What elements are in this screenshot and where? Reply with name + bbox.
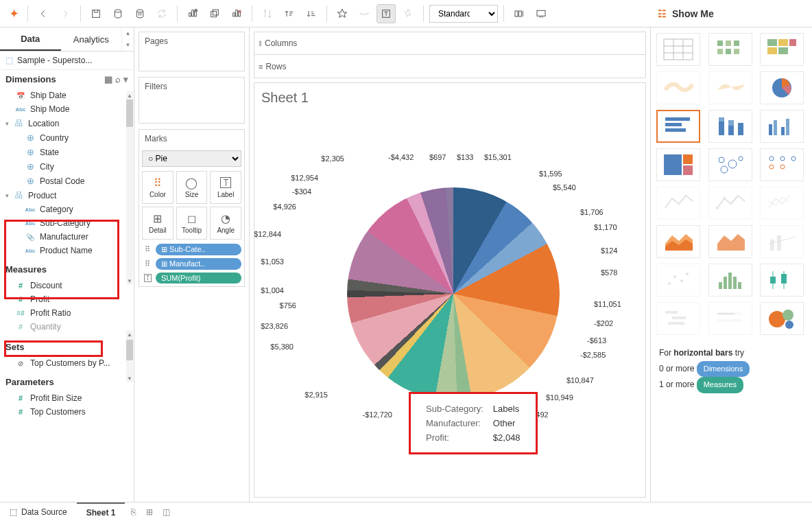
text-button[interactable] [377,4,396,23]
duplicate-sheet-button[interactable] [205,4,224,23]
field-city[interactable]: City [0,159,134,174]
chart-text-table[interactable] [656,33,700,66]
field-ship-mode[interactable]: AbcShip Mode [0,102,134,116]
field-ship-date[interactable]: Ship Date [0,89,134,102]
tab-sheet1[interactable]: Sheet 1 [77,502,126,521]
field-profit[interactable]: Profit [0,292,134,306]
pin-button[interactable] [398,4,418,23]
pie-label: $1,170 [594,223,617,231]
tab-analytics[interactable]: Analytics [61,27,122,51]
tab-data[interactable]: Data [0,27,61,51]
pie-label: $11,051 [594,300,621,308]
back-button[interactable] [34,4,53,23]
mark-type-select[interactable]: ○ Pie [142,150,241,167]
chart-bullet[interactable] [708,302,752,335]
measures-scrollbar[interactable]: ▲▼ [126,330,133,382]
field-quantity[interactable]: Quantity [0,320,134,334]
chart-area-cont[interactable] [656,225,700,258]
field-subcategory[interactable]: AbcSub-Category [0,216,134,230]
save-button[interactable] [86,4,106,23]
tab-arrows[interactable]: ▲▼ [121,27,134,51]
chart-filled-map[interactable] [708,71,752,104]
chart-stacked-bar[interactable] [708,110,752,143]
mark-size-button[interactable]: ◯Size [176,171,208,204]
chart-side-bar[interactable] [760,110,804,143]
sheet-title[interactable]: Sheet 1 [261,90,638,106]
showme-header[interactable]: ☷ Show Me [651,0,812,27]
chart-histogram[interactable] [708,264,752,297]
dimensions-scrollbar[interactable]: ▲▼ [126,91,133,285]
sort-desc-button[interactable] [302,4,321,23]
pill-profit[interactable]: SUM(Profit) [156,273,241,283]
sort-asc-button[interactable] [280,4,299,23]
show-cards-button[interactable] [510,4,529,23]
fit-select[interactable]: Standard [429,5,498,23]
mark-angle-button[interactable]: ◔Angle [210,207,241,240]
columns-shelf[interactable]: ⦀Columns [254,32,646,55]
search-icon[interactable]: ⌕ [115,74,121,84]
view-as-icon[interactable]: ▦ [104,74,112,84]
highlight-button[interactable] [333,4,352,23]
pill-manufacturer[interactable]: ⊞ Manufact.. [156,258,241,270]
chart-heat-map[interactable] [708,33,752,66]
svg-point-75 [783,310,793,321]
pages-card[interactable]: Pages [139,32,245,71]
new-story-icon[interactable]: ◫ [158,507,174,517]
chart-dual-line[interactable] [760,187,804,220]
swap-button[interactable] [258,4,277,23]
refresh-button[interactable] [152,4,171,23]
chart-side-circle[interactable] [760,148,804,181]
chart-circle-view[interactable] [708,148,752,181]
chart-horizontal-bar[interactable] [656,110,700,143]
chart-dual-combo[interactable] [760,225,804,258]
field-product[interactable]: ▾Product [0,188,134,202]
chart-treemap[interactable] [656,148,700,181]
chart-line-disc[interactable] [708,187,752,220]
field-top-customers-set[interactable]: Top Customers by P... [0,356,134,370]
mark-color-button[interactable]: ⠿Color [142,171,174,204]
field-category[interactable]: AbcCategory [0,202,134,216]
chart-line-cont[interactable] [656,187,700,220]
pill-subcategory[interactable]: ⊞ Sub-Cate.. [156,244,241,255]
pause-button[interactable] [130,4,150,23]
chart-box-plot[interactable] [760,264,804,297]
chart-symbol-map[interactable] [656,71,700,104]
svg-rect-35 [769,124,772,135]
new-worksheet-button[interactable] [183,4,202,23]
pie-chart[interactable]: $2,305-$4,432$697$133$15,301$1,595$5,540… [306,167,594,414]
field-manufacturer[interactable]: Manufacturer [0,230,134,244]
field-postal[interactable]: Postal Code [0,174,134,188]
chart-pie[interactable] [760,71,804,104]
chart-area-disc[interactable] [708,225,752,258]
field-profit-ratio[interactable]: =#Profit Ratio [0,306,134,320]
new-datasource-button[interactable] [108,4,128,23]
chart-gantt[interactable] [656,302,700,335]
field-state[interactable]: State [0,145,134,159]
clear-sheet-button[interactable] [227,4,246,23]
tab-data-source[interactable]: ⬚Data Source [0,502,77,521]
param-top-customers[interactable]: Top Customers [0,405,134,419]
filters-card[interactable]: Filters [139,77,245,124]
svg-rect-17 [734,40,739,46]
chart-packed-bubble[interactable] [760,302,804,335]
field-location[interactable]: ▾Location [0,116,134,130]
new-sheet-icon[interactable]: ⎘ [125,507,141,517]
field-country[interactable]: Country [0,130,134,145]
chart-highlight-table[interactable] [760,33,804,66]
group-button[interactable] [355,4,374,23]
sheet-view[interactable]: Sheet 1 $2,305-$4,432$697$133$15,301$1,5… [254,82,646,498]
mark-tooltip-button[interactable]: ◻Tooltip [176,207,208,240]
chart-scatter[interactable] [656,264,700,297]
rows-shelf[interactable]: ≡Rows [254,55,646,78]
datasource-item[interactable]: ⬚Sample - Supersto... [0,51,134,70]
mark-label-button[interactable]: 🅃Label [210,171,241,204]
pie-label: $1,706 [580,208,604,216]
new-dashboard-icon[interactable]: ⊞ [141,507,158,517]
field-product-name[interactable]: AbcProduct Name [0,244,134,257]
forward-button[interactable] [56,4,75,23]
param-profit-bin[interactable]: Profit Bin Size [0,391,134,405]
presentation-button[interactable] [532,4,551,23]
mark-detail-button[interactable]: ⊞Detail [142,207,174,240]
field-discount[interactable]: Discount [0,279,134,292]
svg-rect-38 [786,119,789,135]
